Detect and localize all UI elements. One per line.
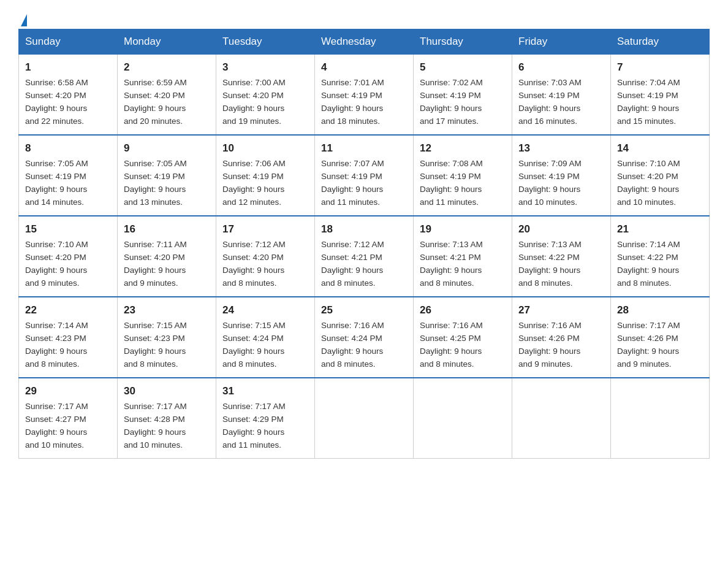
day-sunrise: Sunrise: 7:00 AMSunset: 4:20 PMDaylight:… (222, 78, 286, 126)
day-sunrise: Sunrise: 7:03 AMSunset: 4:19 PMDaylight:… (518, 78, 582, 126)
day-number: 9 (124, 140, 210, 156)
calendar-week-row: 22 Sunrise: 7:14 AMSunset: 4:23 PMDaylig… (19, 297, 710, 378)
calendar-cell: 31 Sunrise: 7:17 AMSunset: 4:29 PMDaylig… (216, 378, 315, 459)
day-header-saturday: Saturday (611, 29, 710, 55)
day-sunrise: Sunrise: 7:12 AMSunset: 4:20 PMDaylight:… (222, 240, 286, 288)
day-number: 30 (124, 383, 210, 399)
day-number: 4 (321, 59, 407, 75)
logo-triangle-icon (21, 14, 27, 26)
calendar-cell: 9 Sunrise: 7:05 AMSunset: 4:19 PMDayligh… (118, 135, 216, 216)
day-sunrise: Sunrise: 7:17 AMSunset: 4:27 PMDaylight:… (25, 402, 88, 450)
calendar-week-row: 29 Sunrise: 7:17 AMSunset: 4:27 PMDaylig… (19, 378, 710, 459)
day-number: 17 (222, 221, 308, 237)
day-number: 24 (222, 302, 308, 318)
calendar-cell: 30 Sunrise: 7:17 AMSunset: 4:28 PMDaylig… (118, 378, 216, 459)
calendar-cell: 6 Sunrise: 7:03 AMSunset: 4:19 PMDayligh… (512, 55, 611, 136)
calendar-cell: 19 Sunrise: 7:13 AMSunset: 4:21 PMDaylig… (414, 216, 512, 297)
day-sunrise: Sunrise: 7:09 AMSunset: 4:19 PMDaylight:… (518, 159, 582, 207)
day-number: 20 (518, 221, 604, 237)
calendar-cell: 26 Sunrise: 7:16 AMSunset: 4:25 PMDaylig… (414, 297, 512, 378)
day-number: 11 (321, 140, 407, 156)
day-number: 16 (124, 221, 210, 237)
day-header-wednesday: Wednesday (315, 29, 414, 55)
day-number: 26 (420, 302, 506, 318)
calendar-cell: 3 Sunrise: 7:00 AMSunset: 4:20 PMDayligh… (216, 55, 315, 136)
day-sunrise: Sunrise: 7:08 AMSunset: 4:19 PMDaylight:… (420, 159, 483, 207)
day-sunrise: Sunrise: 7:16 AMSunset: 4:25 PMDaylight:… (420, 321, 483, 369)
day-sunrise: Sunrise: 7:14 AMSunset: 4:23 PMDaylight:… (25, 321, 88, 369)
day-sunrise: Sunrise: 7:04 AMSunset: 4:19 PMDaylight:… (617, 78, 680, 126)
calendar-cell: 22 Sunrise: 7:14 AMSunset: 4:23 PMDaylig… (19, 297, 118, 378)
day-number: 6 (518, 59, 604, 75)
calendar-cell: 8 Sunrise: 7:05 AMSunset: 4:19 PMDayligh… (19, 135, 118, 216)
calendar-cell (512, 378, 611, 459)
day-sunrise: Sunrise: 7:10 AMSunset: 4:20 PMDaylight:… (25, 240, 88, 288)
day-header-tuesday: Tuesday (216, 29, 315, 55)
day-number: 15 (25, 221, 111, 237)
day-sunrise: Sunrise: 7:10 AMSunset: 4:20 PMDaylight:… (617, 159, 680, 207)
calendar-cell: 16 Sunrise: 7:11 AMSunset: 4:20 PMDaylig… (118, 216, 216, 297)
calendar-cell: 24 Sunrise: 7:15 AMSunset: 4:24 PMDaylig… (216, 297, 315, 378)
calendar-cell (315, 378, 414, 459)
day-number: 21 (617, 221, 703, 237)
day-sunrise: Sunrise: 7:13 AMSunset: 4:22 PMDaylight:… (518, 240, 582, 288)
calendar-header-row: SundayMondayTuesdayWednesdayThursdayFrid… (19, 29, 710, 55)
day-header-friday: Friday (512, 29, 611, 55)
calendar-cell: 12 Sunrise: 7:08 AMSunset: 4:19 PMDaylig… (414, 135, 512, 216)
calendar-cell (611, 378, 710, 459)
calendar-cell: 4 Sunrise: 7:01 AMSunset: 4:19 PMDayligh… (315, 55, 414, 136)
day-sunrise: Sunrise: 6:58 AMSunset: 4:20 PMDaylight:… (25, 78, 88, 126)
day-number: 22 (25, 302, 111, 318)
calendar-cell: 15 Sunrise: 7:10 AMSunset: 4:20 PMDaylig… (19, 216, 118, 297)
day-header-sunday: Sunday (19, 29, 118, 55)
day-sunrise: Sunrise: 6:59 AMSunset: 4:20 PMDaylight:… (124, 78, 187, 126)
calendar-cell: 23 Sunrise: 7:15 AMSunset: 4:23 PMDaylig… (118, 297, 216, 378)
day-number: 13 (518, 140, 604, 156)
calendar-week-row: 15 Sunrise: 7:10 AMSunset: 4:20 PMDaylig… (19, 216, 710, 297)
calendar-cell: 11 Sunrise: 7:07 AMSunset: 4:19 PMDaylig… (315, 135, 414, 216)
day-number: 18 (321, 221, 407, 237)
day-sunrise: Sunrise: 7:16 AMSunset: 4:24 PMDaylight:… (321, 321, 384, 369)
day-number: 29 (25, 383, 111, 399)
day-sunrise: Sunrise: 7:17 AMSunset: 4:28 PMDaylight:… (124, 402, 187, 450)
day-number: 28 (617, 302, 703, 318)
day-sunrise: Sunrise: 7:13 AMSunset: 4:21 PMDaylight:… (420, 240, 483, 288)
calendar-cell: 17 Sunrise: 7:12 AMSunset: 4:20 PMDaylig… (216, 216, 315, 297)
day-sunrise: Sunrise: 7:01 AMSunset: 4:19 PMDaylight:… (321, 78, 384, 126)
calendar-cell: 20 Sunrise: 7:13 AMSunset: 4:22 PMDaylig… (512, 216, 611, 297)
day-number: 1 (25, 59, 111, 75)
calendar-cell (414, 378, 512, 459)
day-header-monday: Monday (118, 29, 216, 55)
day-number: 31 (222, 383, 308, 399)
calendar-cell: 1 Sunrise: 6:58 AMSunset: 4:20 PMDayligh… (19, 55, 118, 136)
day-number: 23 (124, 302, 210, 318)
day-number: 5 (420, 59, 506, 75)
calendar-cell: 5 Sunrise: 7:02 AMSunset: 4:19 PMDayligh… (414, 55, 512, 136)
day-sunrise: Sunrise: 7:02 AMSunset: 4:19 PMDaylight:… (420, 78, 483, 126)
calendar-cell: 13 Sunrise: 7:09 AMSunset: 4:19 PMDaylig… (512, 135, 611, 216)
day-number: 7 (617, 59, 703, 75)
day-number: 14 (617, 140, 703, 156)
calendar-cell: 25 Sunrise: 7:16 AMSunset: 4:24 PMDaylig… (315, 297, 414, 378)
day-number: 8 (25, 140, 111, 156)
day-sunrise: Sunrise: 7:07 AMSunset: 4:19 PMDaylight:… (321, 159, 384, 207)
day-number: 3 (222, 59, 308, 75)
day-sunrise: Sunrise: 7:15 AMSunset: 4:23 PMDaylight:… (124, 321, 187, 369)
calendar-cell: 21 Sunrise: 7:14 AMSunset: 4:22 PMDaylig… (611, 216, 710, 297)
calendar-table: SundayMondayTuesdayWednesdayThursdayFrid… (18, 29, 710, 459)
day-number: 19 (420, 221, 506, 237)
day-sunrise: Sunrise: 7:12 AMSunset: 4:21 PMDaylight:… (321, 240, 384, 288)
calendar-cell: 29 Sunrise: 7:17 AMSunset: 4:27 PMDaylig… (19, 378, 118, 459)
day-number: 12 (420, 140, 506, 156)
day-sunrise: Sunrise: 7:17 AMSunset: 4:26 PMDaylight:… (617, 321, 680, 369)
day-header-thursday: Thursday (414, 29, 512, 55)
day-sunrise: Sunrise: 7:14 AMSunset: 4:22 PMDaylight:… (617, 240, 680, 288)
logo (18, 12, 27, 23)
day-sunrise: Sunrise: 7:11 AMSunset: 4:20 PMDaylight:… (124, 240, 187, 288)
calendar-cell: 10 Sunrise: 7:06 AMSunset: 4:19 PMDaylig… (216, 135, 315, 216)
day-sunrise: Sunrise: 7:06 AMSunset: 4:19 PMDaylight:… (222, 159, 286, 207)
day-number: 27 (518, 302, 604, 318)
day-sunrise: Sunrise: 7:05 AMSunset: 4:19 PMDaylight:… (124, 159, 187, 207)
calendar-cell: 2 Sunrise: 6:59 AMSunset: 4:20 PMDayligh… (118, 55, 216, 136)
calendar-cell: 28 Sunrise: 7:17 AMSunset: 4:26 PMDaylig… (611, 297, 710, 378)
